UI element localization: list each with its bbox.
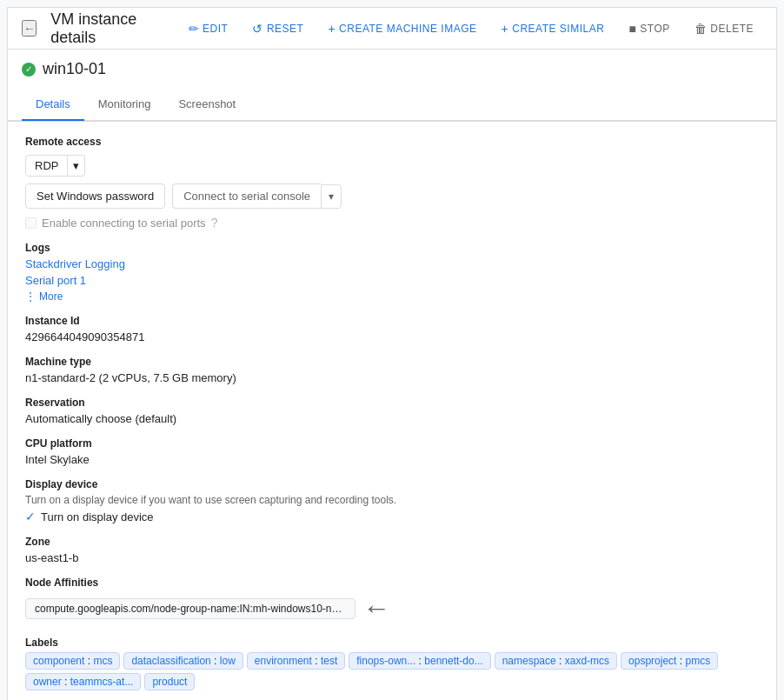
label-chip-environment: environment : test bbox=[247, 652, 345, 670]
label-chip-product: product bbox=[144, 673, 195, 690]
rdp-select: RDP ▾ bbox=[25, 155, 759, 177]
delete-button[interactable]: 🗑 DELETE bbox=[686, 17, 762, 41]
serial-console-row: Set Windows password Connect to serial c… bbox=[25, 183, 759, 209]
stop-button[interactable]: ■ STOP bbox=[620, 17, 678, 41]
serial-port-link[interactable]: Serial port 1 bbox=[25, 274, 86, 287]
label-chip-dataclassification: dataclassification : low bbox=[123, 652, 243, 670]
machine-type-value: n1-standard-2 (2 vCPUs, 7.5 GB memory) bbox=[25, 371, 759, 384]
tabs: Details Monitoring Screenshot bbox=[8, 89, 776, 121]
reservation-value: Automatically choose (default) bbox=[25, 412, 759, 425]
enable-serial-ports-row: Enable connecting to serial ports ? bbox=[25, 216, 759, 230]
reservation-label: Reservation bbox=[25, 397, 759, 409]
edit-button[interactable]: ✏ EDIT bbox=[180, 17, 237, 41]
enable-serial-ports-checkbox[interactable] bbox=[25, 217, 37, 229]
label-chip-opsproject: opsproject : pmcs bbox=[621, 652, 718, 670]
serial-ports-help-icon[interactable]: ? bbox=[211, 216, 218, 230]
tab-screenshot[interactable]: Screenshot bbox=[164, 89, 249, 121]
remote-access-section: Remote access RDP ▾ Set Windows password… bbox=[25, 136, 759, 230]
machine-type-label: Machine type bbox=[25, 356, 759, 368]
enable-serial-ports-label: Enable connecting to serial ports bbox=[42, 217, 206, 230]
display-device-section: Display device Turn on a display device … bbox=[25, 478, 759, 523]
display-device-label: Display device bbox=[25, 478, 759, 490]
create-similar-button[interactable]: + CREATE SIMILAR bbox=[493, 17, 614, 41]
logs-label: Logs bbox=[25, 242, 759, 254]
delete-icon: 🗑 bbox=[694, 22, 708, 36]
create-similar-icon: + bbox=[502, 22, 509, 36]
instance-id-section: Instance Id 4296644049090354871 bbox=[25, 315, 759, 343]
rdp-dropdown-arrow[interactable]: ▾ bbox=[68, 155, 85, 177]
cpu-platform-value: Intel Skylake bbox=[25, 453, 759, 466]
status-indicator bbox=[22, 63, 36, 77]
machine-type-section: Machine type n1-standard-2 (2 vCPUs, 7.5… bbox=[25, 356, 759, 384]
set-windows-password-button[interactable]: Set Windows password bbox=[25, 183, 165, 209]
page-title: VM instance details bbox=[50, 10, 165, 47]
connect-serial-main-button[interactable]: Connect to serial console bbox=[172, 183, 321, 209]
tab-details[interactable]: Details bbox=[22, 89, 84, 121]
more-logs-link[interactable]: ⋮ More bbox=[25, 290, 759, 303]
zone-value: us-east1-b bbox=[25, 551, 759, 564]
label-chip-finops: finops-own... : bennett-do... bbox=[349, 652, 490, 670]
display-device-checkbox-row: ✓ Turn on display device bbox=[25, 510, 759, 523]
cpu-platform-label: CPU platform bbox=[25, 437, 759, 450]
reservation-section: Reservation Automatically choose (defaul… bbox=[25, 397, 759, 425]
affinity-value: compute.googleapis.com/node-group-name:I… bbox=[25, 598, 355, 619]
label-chip-namespace: namespace : xaxd-mcs bbox=[495, 652, 617, 670]
stackdriver-logging-link[interactable]: Stackdriver Logging bbox=[25, 257, 125, 270]
node-affinities-section: Node Affinities compute.googleapis.com/n… bbox=[25, 577, 759, 624]
back-button[interactable]: ← bbox=[22, 20, 37, 37]
instance-name: win10-01 bbox=[43, 60, 106, 78]
tab-monitoring[interactable]: Monitoring bbox=[84, 89, 165, 121]
display-device-note: Turn on a display device if you want to … bbox=[25, 494, 759, 506]
back-icon: ← bbox=[23, 22, 35, 35]
remote-access-label: Remote access bbox=[25, 136, 759, 148]
page-wrapper: ← VM instance details ✏ EDIT ↺ RESET + C… bbox=[7, 7, 777, 700]
display-device-checkbox-label: Turn on display device bbox=[41, 510, 154, 523]
logs-section: Logs Stackdriver Logging Serial port 1 ⋮… bbox=[25, 242, 759, 303]
zone-section: Zone us-east1-b bbox=[25, 536, 759, 564]
connect-serial-button-group: Connect to serial console ▾ bbox=[172, 183, 342, 209]
stop-icon: ■ bbox=[628, 22, 636, 36]
node-affinities-label: Node Affinities bbox=[25, 577, 759, 589]
instance-id-value: 4296644049090354871 bbox=[25, 330, 759, 343]
header-actions: ✏ EDIT ↺ RESET + CREATE MACHINE IMAGE + … bbox=[180, 17, 762, 41]
create-machine-image-icon: + bbox=[328, 22, 336, 36]
create-machine-image-button[interactable]: + CREATE MACHINE IMAGE bbox=[319, 17, 485, 41]
content: Remote access RDP ▾ Set Windows password… bbox=[8, 122, 776, 700]
left-arrow-annotation: ← bbox=[362, 592, 390, 624]
label-chip-component: component : mcs bbox=[25, 652, 120, 670]
labels-section: Labels component : mcs dataclassificatio… bbox=[25, 637, 759, 690]
expand-icon: ⋮ bbox=[25, 290, 36, 303]
reset-button[interactable]: ↺ RESET bbox=[243, 17, 312, 41]
edit-icon: ✏ bbox=[189, 22, 200, 36]
labels-row: component : mcs dataclassification : low… bbox=[25, 652, 759, 690]
affinity-box: compute.googleapis.com/node-group-name:I… bbox=[25, 592, 759, 624]
zone-label: Zone bbox=[25, 536, 759, 548]
cpu-platform-section: CPU platform Intel Skylake bbox=[25, 437, 759, 466]
connect-serial-dropdown-button[interactable]: ▾ bbox=[321, 184, 342, 209]
instance-id-label: Instance Id bbox=[25, 315, 759, 327]
labels-label: Labels bbox=[25, 637, 759, 649]
display-device-checkmark: ✓ bbox=[25, 510, 36, 523]
reset-icon: ↺ bbox=[252, 22, 263, 36]
header: ← VM instance details ✏ EDIT ↺ RESET + C… bbox=[8, 8, 776, 50]
instance-name-bar: win10-01 bbox=[8, 50, 776, 89]
label-chip-owner: owner : teammcs-at... bbox=[25, 673, 141, 690]
rdp-input[interactable]: RDP bbox=[25, 155, 68, 177]
